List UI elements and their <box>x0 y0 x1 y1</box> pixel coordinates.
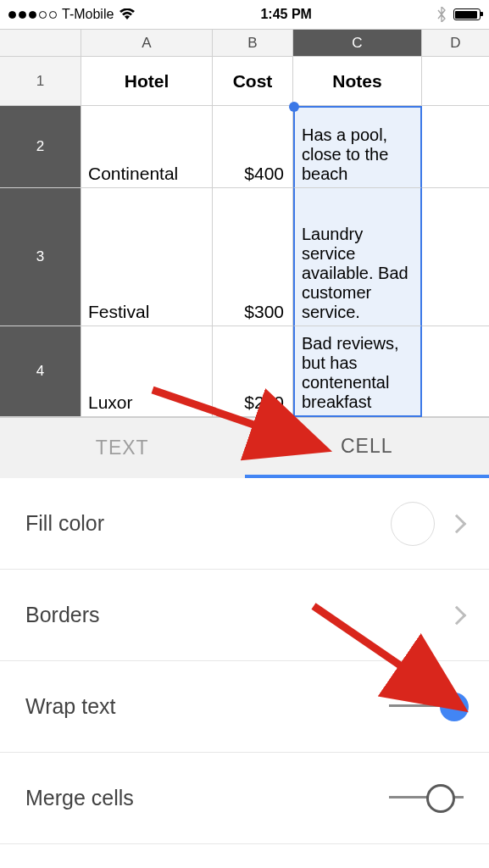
carrier-label: T-Mobile <box>62 7 114 22</box>
status-bar: T-Mobile 1:45 PM <box>0 0 489 29</box>
row-header-4[interactable]: 4 <box>0 326 81 417</box>
fill-color-swatch <box>391 502 435 546</box>
cell-c3[interactable]: Laundry service available. Bad customer … <box>293 188 422 326</box>
cell-b4[interactable]: $200 <box>213 326 293 417</box>
cell-a3[interactable]: Festival <box>81 188 213 326</box>
chevron-right-icon <box>447 514 467 533</box>
row-header-2[interactable]: 2 <box>0 106 81 188</box>
wifi-icon <box>119 8 136 20</box>
cell-b2[interactable]: $400 <box>213 106 293 188</box>
tab-text[interactable]: TEXT <box>0 418 245 478</box>
chevron-right-icon <box>447 605 467 625</box>
table-row: 4 Luxor $200 Bad reviews, but has conten… <box>0 326 489 417</box>
cell-options-panel: Fill color Borders Wrap text Merge cells <box>0 478 489 844</box>
corner-cell[interactable] <box>0 30 81 57</box>
wrap-text-toggle[interactable] <box>389 693 464 721</box>
cell-c4[interactable]: Bad reviews, but has contenental breakfa… <box>293 326 422 417</box>
cell-a4[interactable]: Luxor <box>81 326 213 417</box>
tab-cell[interactable]: CELL <box>245 418 490 478</box>
column-header-row: A B C D <box>0 30 489 57</box>
status-right <box>436 7 481 22</box>
cell-c1[interactable]: Notes <box>293 57 422 106</box>
cell-a1[interactable]: Hotel <box>81 57 213 106</box>
col-header-d[interactable]: D <box>422 30 489 57</box>
table-row: 2 Continental $400 Has a pool, close to … <box>0 106 489 188</box>
wrap-text-option: Wrap text <box>0 661 489 753</box>
signal-strength-icon <box>8 11 57 19</box>
merge-cells-option: Merge cells <box>0 753 489 844</box>
wrap-text-label: Wrap text <box>25 694 116 719</box>
spreadsheet-grid[interactable]: A B C D 1 Hotel Cost Notes 2 Continental… <box>0 29 489 417</box>
cell-a2[interactable]: Continental <box>81 106 213 188</box>
header-row: 1 Hotel Cost Notes <box>0 57 489 106</box>
cell-b3[interactable]: $300 <box>213 188 293 326</box>
clock-label: 1:45 PM <box>260 7 311 22</box>
fill-color-option[interactable]: Fill color <box>0 478 489 570</box>
col-header-a[interactable]: A <box>81 30 213 57</box>
cell-d3[interactable] <box>422 188 489 326</box>
selection-handle-icon[interactable] <box>289 102 299 112</box>
fill-color-label: Fill color <box>25 511 104 536</box>
borders-label: Borders <box>25 603 100 627</box>
merge-cells-label: Merge cells <box>25 786 134 810</box>
col-header-c[interactable]: C <box>293 30 422 57</box>
bluetooth-icon <box>436 7 447 22</box>
cell-b1[interactable]: Cost <box>213 57 293 106</box>
cell-d4[interactable] <box>422 326 489 417</box>
merge-cells-toggle[interactable] <box>389 784 464 813</box>
cell-d2[interactable] <box>422 106 489 188</box>
row-header-3[interactable]: 3 <box>0 188 81 326</box>
format-tabs: TEXT CELL <box>0 417 489 478</box>
row-header-1[interactable]: 1 <box>0 57 81 106</box>
cell-c2[interactable]: Has a pool, close to the beach <box>293 106 422 188</box>
cell-d1[interactable] <box>422 57 489 106</box>
col-header-b[interactable]: B <box>213 30 293 57</box>
battery-icon <box>453 8 481 20</box>
table-row: 3 Festival $300 Laundry service availabl… <box>0 188 489 326</box>
status-left: T-Mobile <box>8 7 136 22</box>
borders-option[interactable]: Borders <box>0 570 489 661</box>
